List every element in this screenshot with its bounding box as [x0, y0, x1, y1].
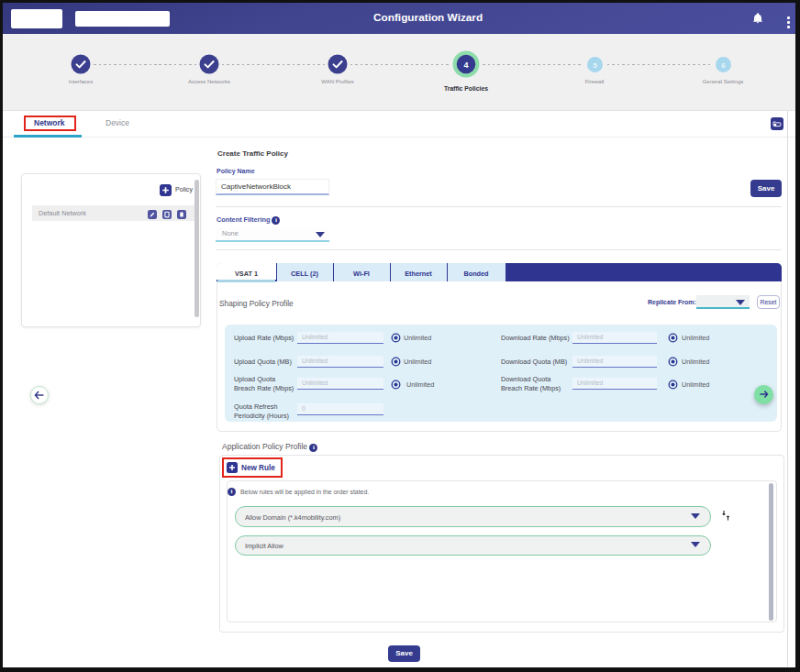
svg-text:4: 4: [463, 61, 468, 70]
svg-text:6: 6: [721, 61, 726, 70]
svg-text:5: 5: [593, 61, 597, 70]
